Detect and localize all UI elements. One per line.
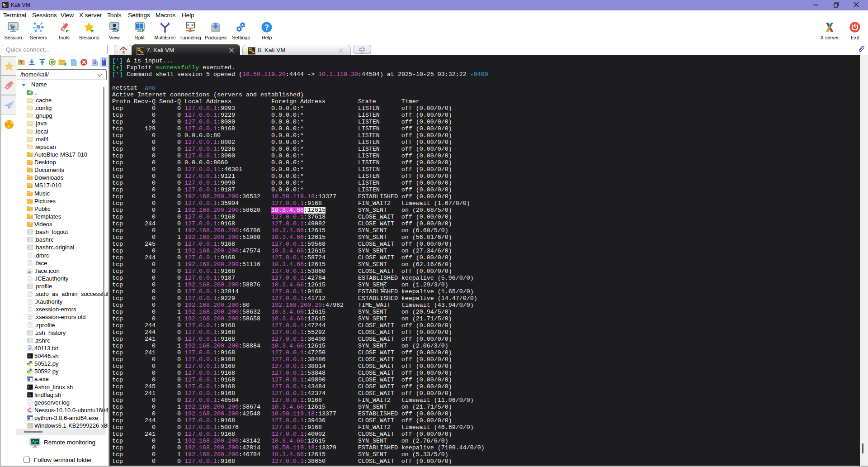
svg-text:A: A bbox=[93, 60, 97, 65]
svg-text:?: ? bbox=[264, 24, 269, 31]
